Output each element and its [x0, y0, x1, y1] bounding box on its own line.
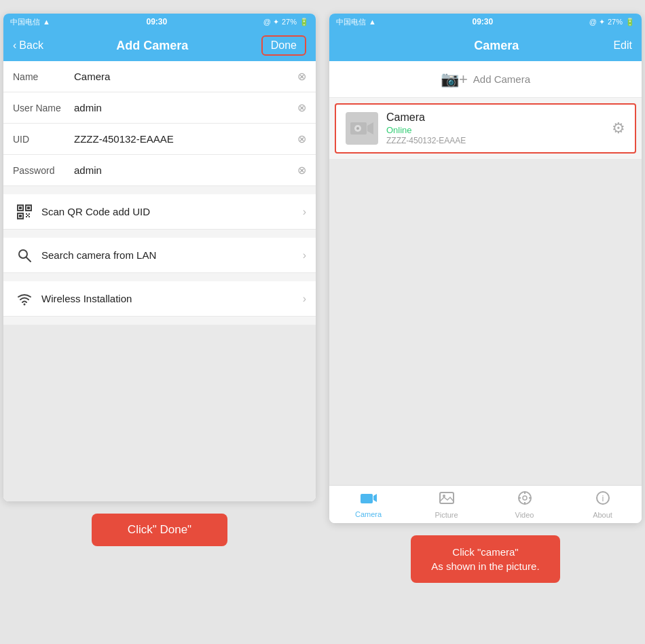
spacer-2 [3, 230, 316, 238]
right-wifi-icon: ▲ [369, 18, 376, 26]
svg-rect-3 [27, 207, 30, 209]
left-nav-title: Add Camera [116, 39, 188, 53]
svg-rect-9 [29, 216, 30, 217]
right-nav-title: Camera [474, 39, 519, 53]
camera-list-item[interactable]: Camera Online ZZZZ-450132-EAAAE ⚙ [335, 103, 636, 154]
right-time: 09:30 [472, 17, 493, 26]
wifi-icon: ▲ [43, 18, 50, 26]
svg-point-17 [356, 127, 359, 130]
camera-tab-icon [360, 491, 377, 509]
left-nav-bar: ‹ Back Add Camera Done [3, 30, 316, 61]
spacer-4 [3, 317, 316, 325]
uid-label: UID [13, 134, 74, 145]
left-status-right: @ ✦ 27% 🔋 [263, 18, 309, 26]
svg-rect-1 [19, 207, 22, 209]
scan-qr-row[interactable]: Scan QR Code add UID [3, 194, 316, 230]
svg-rect-7 [29, 213, 30, 215]
camera-name: Camera [386, 111, 612, 124]
click-camera-button[interactable]: Click "camera" As shown in the picture. [411, 535, 560, 583]
add-camera-row[interactable]: 📷+ Add Camera [329, 61, 642, 98]
svg-marker-19 [373, 494, 377, 502]
camera-thumbnail [346, 112, 378, 145]
spacer-3 [3, 273, 316, 281]
right-gray-area [329, 159, 642, 485]
left-carrier: 中国电信 ▲ [10, 17, 50, 27]
name-value[interactable]: Camera [74, 71, 297, 82]
about-tab-icon: i [595, 490, 610, 509]
name-row: Name Camera ⊗ [3, 61, 316, 92]
username-row: User Name admin ⊗ [3, 92, 316, 124]
svg-rect-8 [26, 216, 27, 217]
password-clear-icon[interactable]: ⊗ [297, 164, 306, 177]
wireless-label: Wireless Installation [41, 293, 303, 304]
click-done-button[interactable]: Click" Done" [92, 514, 227, 546]
wireless-chevron-icon [303, 293, 306, 305]
password-row: Password admin ⊗ [3, 155, 316, 186]
left-phone: 中国电信 ▲ 09:30 @ ✦ 27% 🔋 ‹ Back Add Camera… [3, 14, 316, 501]
camera-tab-label: Camera [355, 510, 382, 518]
camera-info: Camera Online ZZZZ-450132-EAAAE [386, 111, 612, 145]
wifi-icon [13, 291, 36, 306]
uid-value[interactable]: ZZZZ-450132-EAAAE [74, 133, 297, 145]
tab-camera[interactable]: Camera [329, 491, 407, 518]
gear-icon[interactable]: ⚙ [612, 120, 625, 137]
name-label: Name [13, 71, 74, 82]
about-tab-label: About [593, 511, 612, 519]
svg-rect-5 [19, 215, 22, 217]
qr-icon [13, 204, 36, 219]
tab-about[interactable]: i About [564, 490, 642, 519]
left-status-bar: 中国电信 ▲ 09:30 @ ✦ 27% 🔋 [3, 14, 316, 30]
search-lan-chevron-icon [303, 249, 306, 262]
picture-tab-icon [439, 490, 454, 509]
done-button[interactable]: Done [261, 35, 306, 56]
username-label: User Name [13, 103, 74, 113]
search-lan-row[interactable]: Search camera from LAN [3, 238, 316, 273]
left-time: 09:30 [146, 17, 167, 26]
svg-marker-15 [367, 122, 373, 135]
uid-clear-icon[interactable]: ⊗ [297, 132, 306, 145]
spacer-1 [3, 186, 316, 194]
name-clear-icon[interactable]: ⊗ [297, 70, 306, 83]
svg-rect-6 [26, 213, 27, 215]
svg-rect-10 [27, 215, 29, 216]
video-tab-label: Video [515, 511, 534, 519]
svg-text:i: i [602, 493, 604, 503]
video-tab-icon [517, 490, 532, 509]
svg-point-23 [523, 496, 527, 500]
right-carrier: 中国电信 ▲ [336, 17, 376, 27]
svg-rect-20 [440, 493, 454, 503]
add-camera-icon: 📷+ [441, 71, 468, 88]
add-camera-label: Add Camera [473, 73, 530, 85]
search-lan-label: Search camera from LAN [41, 249, 303, 261]
password-value[interactable]: admin [74, 164, 297, 176]
picture-tab-label: Picture [435, 511, 458, 519]
left-gray-area [3, 325, 316, 501]
search-icon [13, 248, 36, 263]
svg-rect-18 [361, 494, 373, 503]
tab-video[interactable]: Video [485, 490, 564, 519]
tab-bar: Camera Picture [329, 485, 642, 523]
scan-qr-label: Scan QR Code add UID [41, 206, 303, 217]
back-button[interactable]: ‹ Back [13, 39, 43, 52]
svg-point-11 [19, 250, 27, 258]
right-nav-bar: Camera Edit [329, 30, 642, 61]
camera-uid: ZZZZ-450132-EAAAE [386, 136, 612, 145]
svg-point-13 [24, 303, 26, 305]
username-clear-icon[interactable]: ⊗ [297, 101, 306, 114]
right-phone: 中国电信 ▲ 09:30 @ ✦ 27% 🔋 Camera Edit 📷+ Ad… [329, 14, 642, 523]
right-status-right: @ ✦ 27% 🔋 [589, 18, 635, 26]
scan-qr-chevron-icon [303, 206, 306, 218]
username-value[interactable]: admin [74, 102, 297, 113]
svg-line-12 [26, 257, 31, 262]
wireless-row[interactable]: Wireless Installation [3, 281, 316, 317]
left-form-body: Name Camera ⊗ User Name admin ⊗ UID ZZZZ… [3, 61, 316, 501]
tab-picture[interactable]: Picture [407, 490, 485, 519]
camera-status: Online [386, 125, 612, 135]
right-status-bar: 中国电信 ▲ 09:30 @ ✦ 27% 🔋 [329, 14, 642, 30]
camera-list-body: 📷+ Add Camera Camera Online ZZZZ-45013 [329, 61, 642, 485]
uid-row: UID ZZZZ-450132-EAAAE ⊗ [3, 124, 316, 155]
back-chevron-icon: ‹ [13, 39, 16, 52]
password-label: Password [13, 165, 74, 176]
edit-button[interactable]: Edit [613, 39, 632, 52]
